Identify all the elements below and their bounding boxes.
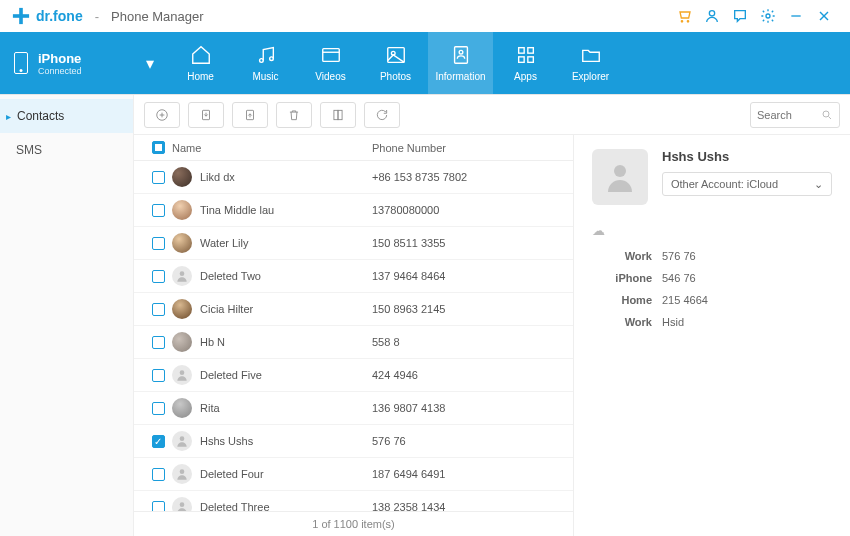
contacts-list: Name Phone Number Likd dx+86 153 8735 78… xyxy=(134,135,574,536)
sidebar-item-contacts[interactable]: Contacts xyxy=(0,99,133,133)
row-checkbox[interactable] xyxy=(152,369,165,382)
nav-videos[interactable]: Videos xyxy=(298,32,363,94)
nav-music[interactable]: Music xyxy=(233,32,298,94)
contact-phone: +86 153 8735 7802 xyxy=(372,167,563,187)
svg-point-5 xyxy=(766,14,770,18)
svg-point-31 xyxy=(180,370,185,375)
svg-point-33 xyxy=(180,469,185,474)
table-row[interactable]: Deleted Three138 2358 1434 xyxy=(134,491,573,511)
minimize-button[interactable] xyxy=(782,2,810,30)
nav-information[interactable]: Information xyxy=(428,32,493,94)
contact-name: Water Lily xyxy=(200,237,249,249)
svg-line-29 xyxy=(829,116,832,119)
table-row[interactable]: Water Lily150 8511 3355 xyxy=(134,227,573,260)
contact-name: Deleted Two xyxy=(200,270,261,282)
user-icon[interactable] xyxy=(698,2,726,30)
select-all-checkbox[interactable] xyxy=(152,141,165,154)
svg-point-10 xyxy=(269,57,273,61)
contact-name: Cicia Hilter xyxy=(200,303,253,315)
app-title: Phone Manager xyxy=(111,9,204,24)
row-checkbox[interactable] xyxy=(152,501,165,512)
detail-field: Home215 4664 xyxy=(592,294,832,306)
device-status: Connected xyxy=(38,66,82,76)
table-row[interactable]: Hshs Ushs576 76 xyxy=(134,425,573,458)
device-name: iPhone xyxy=(38,51,82,66)
avatar xyxy=(172,332,192,352)
svg-rect-11 xyxy=(322,49,339,62)
detail-field: Work576 76 xyxy=(592,250,832,262)
detail-avatar[interactable] xyxy=(592,149,648,205)
svg-point-32 xyxy=(180,436,185,441)
chevron-down-icon: ▾ xyxy=(146,54,154,73)
avatar xyxy=(172,464,192,484)
table-row[interactable]: Deleted Four187 6494 6491 xyxy=(134,458,573,491)
row-checkbox[interactable] xyxy=(152,270,165,283)
table-row[interactable]: Tina Middle lau13780080000 xyxy=(134,194,573,227)
device-selector[interactable]: iPhone Connected ▾ xyxy=(0,32,168,94)
account-selector[interactable]: Other Account: iCloud ⌄ xyxy=(662,172,832,196)
refresh-button[interactable] xyxy=(364,102,400,128)
detail-field: iPhone546 76 xyxy=(592,272,832,284)
svg-rect-20 xyxy=(527,57,533,63)
contact-phone: 136 9807 4138 xyxy=(372,398,563,418)
svg-rect-27 xyxy=(338,110,342,119)
contact-name: Deleted Three xyxy=(200,501,270,511)
table-row[interactable]: Hb N558 8 xyxy=(134,326,573,359)
contact-name: Deleted Four xyxy=(200,468,264,480)
avatar xyxy=(172,167,192,187)
row-checkbox[interactable] xyxy=(152,468,165,481)
contact-phone: 137 9464 8464 xyxy=(372,266,563,286)
row-checkbox[interactable] xyxy=(152,303,165,316)
nav-apps[interactable]: Apps xyxy=(493,32,558,94)
avatar xyxy=(172,233,192,253)
row-checkbox[interactable] xyxy=(152,237,165,250)
drfone-logo-icon xyxy=(12,7,30,25)
table-row[interactable]: Likd dx+86 153 8735 7802 xyxy=(134,161,573,194)
contact-name: Tina Middle lau xyxy=(200,204,274,216)
settings-icon[interactable] xyxy=(754,2,782,30)
contact-phone: 150 8963 2145 xyxy=(372,299,563,319)
search-box[interactable] xyxy=(750,102,840,128)
import-button[interactable] xyxy=(188,102,224,128)
close-button[interactable] xyxy=(810,2,838,30)
brand-name: dr.fone xyxy=(36,8,83,24)
svg-point-9 xyxy=(259,59,263,63)
window-titlebar: dr.fone - Phone Manager xyxy=(0,0,850,32)
cloud-icon: ☁ xyxy=(592,223,832,238)
avatar xyxy=(172,299,192,319)
delete-button[interactable] xyxy=(276,102,312,128)
svg-rect-18 xyxy=(527,48,533,54)
row-checkbox[interactable] xyxy=(152,171,165,184)
nav-home[interactable]: Home xyxy=(168,32,233,94)
table-row[interactable]: Cicia Hilter150 8963 2145 xyxy=(134,293,573,326)
row-checkbox[interactable] xyxy=(152,435,165,448)
field-value: Hsid xyxy=(662,316,684,328)
table-row[interactable]: Deleted Two137 9464 8464 xyxy=(134,260,573,293)
list-header: Name Phone Number xyxy=(134,135,573,161)
row-checkbox[interactable] xyxy=(152,336,165,349)
contact-name: Deleted Five xyxy=(200,369,262,381)
search-input[interactable] xyxy=(757,109,821,121)
row-checkbox[interactable] xyxy=(152,402,165,415)
feedback-icon[interactable] xyxy=(726,2,754,30)
sidebar-item-sms[interactable]: SMS xyxy=(0,133,133,167)
contact-phone: 187 6494 6491 xyxy=(372,464,563,484)
merge-button[interactable] xyxy=(320,102,356,128)
svg-point-16 xyxy=(459,50,463,54)
contact-name: Rita xyxy=(200,402,220,414)
column-name[interactable]: Name xyxy=(172,141,372,154)
svg-rect-26 xyxy=(334,110,338,119)
nav-explorer[interactable]: Explorer xyxy=(558,32,623,94)
export-button[interactable] xyxy=(232,102,268,128)
cart-icon[interactable] xyxy=(670,2,698,30)
column-phone[interactable]: Phone Number xyxy=(372,141,563,154)
svg-point-28 xyxy=(823,111,829,117)
row-checkbox[interactable] xyxy=(152,204,165,217)
toolbar xyxy=(134,95,850,135)
avatar xyxy=(172,398,192,418)
nav-photos[interactable]: Photos xyxy=(363,32,428,94)
table-row[interactable]: Rita136 9807 4138 xyxy=(134,392,573,425)
table-row[interactable]: Deleted Five424 4946 xyxy=(134,359,573,392)
list-footer: 1 of 1100 item(s) xyxy=(134,511,573,536)
add-button[interactable] xyxy=(144,102,180,128)
